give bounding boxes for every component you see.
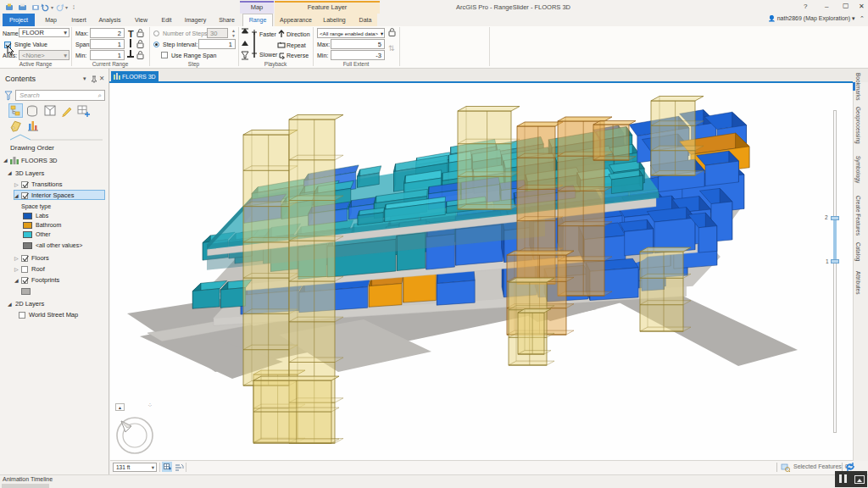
- svg-text:▾: ▾: [51, 5, 53, 10]
- svg-text:⁞: ⁞: [73, 4, 75, 10]
- svg-text:▾: ▾: [65, 5, 68, 10]
